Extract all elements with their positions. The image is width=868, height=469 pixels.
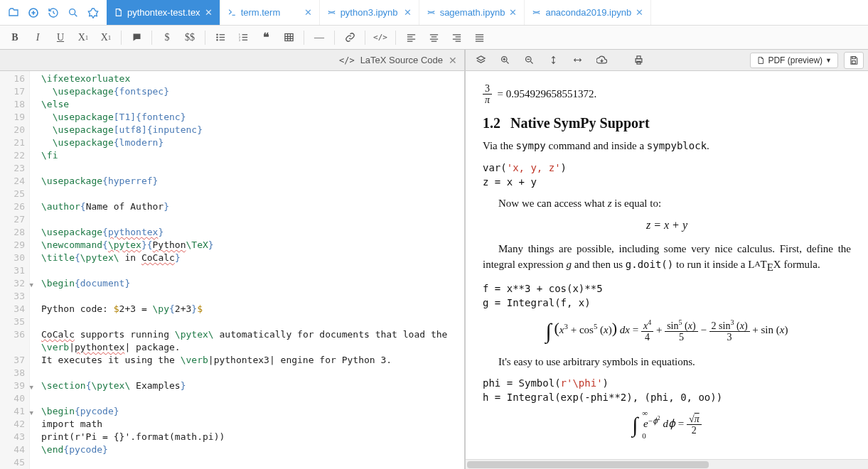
equation: ∫ (x3 + cos5 (x)) dx = x44 + sin5 (x)5 −… bbox=[483, 319, 851, 343]
close-icon[interactable]: ✕ bbox=[449, 55, 457, 66]
zoom-out-icon[interactable] bbox=[518, 52, 540, 69]
code-line[interactable]: CoCalc supports running \pytex\ automati… bbox=[41, 328, 464, 341]
preview-mode-dropdown[interactable]: PDF (preview) ▼ bbox=[750, 53, 838, 68]
tab-term-term[interactable]: term.term✕ bbox=[220, 0, 320, 25]
code-line[interactable] bbox=[41, 456, 464, 469]
close-icon[interactable]: ✕ bbox=[304, 7, 312, 18]
equation: ∞∫0 e−ϕ2 dϕ = √π2 bbox=[483, 413, 851, 437]
zoom-in-icon[interactable] bbox=[494, 52, 515, 69]
code-line[interactable]: import math bbox=[41, 418, 464, 431]
code-icon: </> bbox=[339, 55, 355, 65]
code-line[interactable]: \author{Name of Author} bbox=[41, 200, 464, 213]
code-line[interactable]: \newcommand{\pytex}{Python\TeX} bbox=[41, 239, 464, 252]
print-icon[interactable] bbox=[628, 52, 649, 69]
align-left-button[interactable] bbox=[400, 28, 422, 47]
history-icon[interactable] bbox=[44, 4, 63, 22]
tab-python3-ipynb[interactable]: python3.ipynb✕ bbox=[320, 0, 419, 25]
tab-label: anaconda2019.ipynb bbox=[545, 7, 631, 18]
ol-button[interactable]: 123 bbox=[232, 28, 254, 47]
fit-width-icon[interactable] bbox=[567, 52, 588, 69]
new-icon[interactable] bbox=[24, 4, 43, 22]
code-line[interactable]: \end{pycode} bbox=[41, 443, 464, 456]
code-line[interactable]: \usepackage{hyperref} bbox=[41, 175, 464, 188]
search-icon[interactable] bbox=[64, 4, 82, 22]
settings-icon[interactable] bbox=[84, 4, 102, 22]
bold-button[interactable]: B bbox=[4, 28, 26, 47]
code-line[interactable]: \title{\pytex\ in CoCalc} bbox=[41, 252, 464, 264]
underline-button[interactable]: U bbox=[50, 28, 71, 47]
layers-icon[interactable] bbox=[470, 52, 491, 69]
horizontal-scrollbar[interactable] bbox=[466, 459, 868, 469]
italic-button[interactable]: I bbox=[27, 28, 48, 47]
code-line[interactable]: \usepackage[utf8]{inputenc} bbox=[41, 124, 464, 136]
svg-rect-8 bbox=[284, 34, 292, 41]
code-line[interactable]: \section{\pytex\ Examples} bbox=[41, 379, 464, 392]
svg-point-3 bbox=[216, 37, 217, 38]
code-line[interactable] bbox=[41, 213, 464, 226]
code-line[interactable]: Python code: $2+3 = \py{2+3}$ bbox=[41, 303, 464, 316]
left-pane-title: LaTeX Source Code bbox=[360, 55, 443, 65]
split-panes: </> LaTeX Source Code ✕ 1617181920212223… bbox=[0, 50, 868, 469]
code-line[interactable] bbox=[41, 264, 464, 277]
scrollbar-thumb[interactable] bbox=[467, 461, 709, 468]
code-line[interactable]: \fi bbox=[41, 149, 464, 162]
hr-button[interactable]: — bbox=[309, 28, 330, 47]
code-line[interactable]: \ifxetexorluatex bbox=[41, 72, 464, 85]
paragraph: Many things are possible, including some… bbox=[483, 242, 851, 275]
format-toolbar: B I U X1 X1 $ $$ 123 ❝ — </> bbox=[0, 26, 868, 50]
code-button[interactable]: </> bbox=[370, 28, 391, 47]
code-line[interactable]: \begin{pycode} bbox=[41, 405, 464, 418]
left-pane-header: </> LaTeX Source Code ✕ bbox=[0, 50, 464, 71]
quote-button[interactable]: ❝ bbox=[255, 28, 277, 47]
right-toolbar: PDF (preview) ▼ bbox=[466, 50, 868, 71]
code-line[interactable] bbox=[41, 367, 464, 379]
code-line[interactable]: \verb|pythontex| package. bbox=[41, 341, 464, 354]
superscript-button[interactable]: X1 bbox=[95, 28, 117, 47]
align-right-button[interactable] bbox=[446, 28, 467, 47]
files-icon[interactable] bbox=[4, 4, 23, 22]
code-line[interactable] bbox=[41, 316, 464, 328]
tab-anaconda2019-ipynb[interactable]: anaconda2019.ipynb✕ bbox=[525, 0, 651, 25]
align-justify-button[interactable] bbox=[468, 28, 490, 47]
tab-sagemath-ipynb[interactable]: sagemath.ipynb✕ bbox=[419, 0, 525, 25]
close-icon[interactable]: ✕ bbox=[509, 7, 517, 18]
code-line[interactable]: \usepackage[T1]{fontenc} bbox=[41, 111, 464, 124]
display-math-button[interactable]: $$ bbox=[179, 28, 200, 47]
close-icon[interactable]: ✕ bbox=[636, 7, 643, 18]
download-icon[interactable] bbox=[591, 52, 612, 69]
separator bbox=[304, 31, 304, 45]
code-line[interactable]: \usepackage{lmodern} bbox=[41, 136, 464, 149]
left-pane: </> LaTeX Source Code ✕ 1617181920212223… bbox=[0, 50, 466, 469]
tab-pythontex-test-tex[interactable]: pythontex-test.tex✕ bbox=[107, 0, 220, 25]
close-icon[interactable]: ✕ bbox=[205, 7, 213, 18]
link-button[interactable] bbox=[339, 28, 360, 47]
close-icon[interactable]: ✕ bbox=[404, 7, 412, 18]
code-line[interactable] bbox=[41, 162, 464, 175]
code-line[interactable]: \usepackage{pythontex} bbox=[41, 226, 464, 239]
ul-button[interactable] bbox=[210, 28, 231, 47]
code-line[interactable] bbox=[41, 392, 464, 405]
code-editor[interactable]: 1617181920212223242526272829303132▼33343… bbox=[0, 71, 464, 469]
code-line[interactable]: \usepackage{fontspec} bbox=[41, 85, 464, 98]
code-line[interactable]: \begin{document} bbox=[41, 277, 464, 290]
paragraph: It's easy to use arbitrary symbols in eq… bbox=[483, 355, 851, 370]
subscript-button[interactable]: X1 bbox=[73, 28, 94, 47]
code-area[interactable]: \ifxetexorluatex \usepackage{fontspec}\e… bbox=[30, 71, 464, 469]
fit-height-icon[interactable] bbox=[542, 52, 564, 69]
code-line[interactable]: \else bbox=[41, 98, 464, 111]
inline-math-button[interactable]: $ bbox=[156, 28, 178, 47]
terminal-icon bbox=[227, 8, 237, 17]
code-line[interactable] bbox=[41, 290, 464, 303]
svg-rect-12 bbox=[637, 56, 641, 59]
code-line[interactable] bbox=[41, 188, 464, 200]
code-line[interactable]: print(r'Pi = {}'.format(math.pi)) bbox=[41, 431, 464, 443]
code-line[interactable]: It executes it using the \verb|pythontex… bbox=[41, 354, 464, 367]
comment-button[interactable] bbox=[126, 28, 147, 47]
align-center-button[interactable] bbox=[423, 28, 444, 47]
right-pane: PDF (preview) ▼ 3π = 0.954929658551372. … bbox=[466, 50, 868, 469]
pdf-preview[interactable]: 3π = 0.954929658551372. 1.2Native SymPy … bbox=[466, 71, 868, 469]
save-icon[interactable] bbox=[844, 52, 864, 69]
table-button[interactable] bbox=[278, 28, 299, 47]
svg-rect-15 bbox=[852, 60, 856, 63]
separator bbox=[334, 31, 335, 45]
